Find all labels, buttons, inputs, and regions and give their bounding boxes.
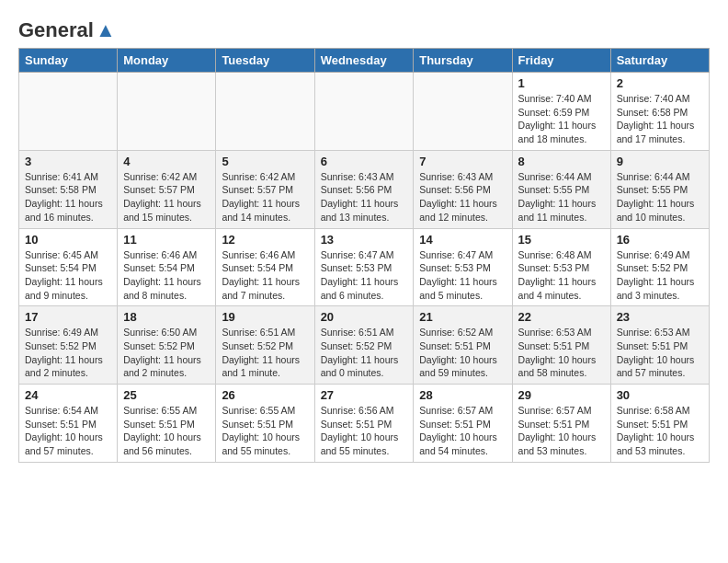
day-number: 12 [222, 233, 308, 247]
calendar-week-row: 24Sunrise: 6:54 AM Sunset: 5:51 PM Dayli… [19, 385, 710, 463]
weekday-header-thursday: Thursday [414, 49, 512, 73]
day-info: Sunrise: 6:51 AM Sunset: 5:52 PM Dayligh… [321, 326, 408, 380]
calendar-cell: 15Sunrise: 6:48 AM Sunset: 5:53 PM Dayli… [512, 228, 610, 306]
calendar-table: SundayMondayTuesdayWednesdayThursdayFrid… [18, 48, 710, 463]
day-info: Sunrise: 6:57 AM Sunset: 5:51 PM Dayligh… [419, 404, 506, 458]
day-info: Sunrise: 6:47 AM Sunset: 5:53 PM Dayligh… [419, 248, 506, 303]
day-info: Sunrise: 6:48 AM Sunset: 5:53 PM Dayligh… [518, 248, 605, 303]
calendar-week-row: 10Sunrise: 6:45 AM Sunset: 5:54 PM Dayli… [19, 228, 710, 306]
day-number: 24 [25, 388, 111, 402]
day-number: 9 [617, 155, 703, 168]
day-number: 4 [123, 155, 210, 168]
day-info: Sunrise: 6:51 AM Sunset: 5:52 PM Dayligh… [222, 326, 308, 380]
day-number: 28 [419, 388, 506, 402]
calendar-cell: 23Sunrise: 6:53 AM Sunset: 5:51 PM Dayli… [610, 306, 709, 385]
day-info: Sunrise: 6:45 AM Sunset: 5:54 PM Dayligh… [25, 248, 111, 303]
day-number: 11 [123, 233, 210, 247]
day-number: 19 [222, 310, 308, 324]
day-number: 25 [123, 388, 210, 402]
day-info: Sunrise: 7:40 AM Sunset: 6:58 PM Dayligh… [617, 92, 703, 146]
day-number: 29 [518, 388, 605, 402]
weekday-header-tuesday: Tuesday [216, 49, 314, 73]
calendar-week-row: 17Sunrise: 6:49 AM Sunset: 5:52 PM Dayli… [19, 306, 710, 385]
day-info: Sunrise: 6:53 AM Sunset: 5:51 PM Dayligh… [518, 326, 605, 380]
weekday-header-friday: Friday [512, 49, 610, 73]
calendar-cell: 25Sunrise: 6:55 AM Sunset: 5:51 PM Dayli… [118, 385, 216, 463]
day-number: 8 [518, 155, 605, 168]
day-info: Sunrise: 6:56 AM Sunset: 5:51 PM Dayligh… [321, 404, 408, 458]
day-number: 26 [222, 388, 308, 402]
day-number: 27 [321, 388, 408, 402]
logo-bird-icon: ▲ [96, 18, 116, 42]
calendar-cell [19, 73, 118, 151]
day-number: 23 [617, 310, 703, 324]
calendar-week-row: 3Sunrise: 6:41 AM Sunset: 5:58 PM Daylig… [19, 150, 710, 228]
calendar-cell: 16Sunrise: 6:49 AM Sunset: 5:52 PM Dayli… [610, 228, 709, 306]
calendar-week-row: 1Sunrise: 7:40 AM Sunset: 6:59 PM Daylig… [19, 73, 710, 151]
weekday-header-sunday: Sunday [19, 49, 118, 73]
day-number: 2 [617, 76, 703, 90]
calendar-cell [414, 73, 512, 151]
day-info: Sunrise: 6:41 AM Sunset: 5:58 PM Dayligh… [25, 170, 111, 224]
day-info: Sunrise: 6:44 AM Sunset: 5:55 PM Dayligh… [617, 170, 703, 224]
day-info: Sunrise: 6:49 AM Sunset: 5:52 PM Dayligh… [25, 326, 111, 380]
day-info: Sunrise: 6:54 AM Sunset: 5:51 PM Dayligh… [25, 404, 111, 458]
calendar-cell: 7Sunrise: 6:43 AM Sunset: 5:56 PM Daylig… [414, 150, 512, 228]
calendar-cell: 11Sunrise: 6:46 AM Sunset: 5:54 PM Dayli… [118, 228, 216, 306]
calendar-cell: 6Sunrise: 6:43 AM Sunset: 5:56 PM Daylig… [314, 150, 414, 228]
calendar-cell: 30Sunrise: 6:58 AM Sunset: 5:51 PM Dayli… [610, 385, 709, 463]
calendar-cell: 26Sunrise: 6:55 AM Sunset: 5:51 PM Dayli… [216, 385, 314, 463]
logo-general: General [18, 18, 94, 42]
day-info: Sunrise: 6:43 AM Sunset: 5:56 PM Dayligh… [321, 170, 408, 224]
calendar-cell: 22Sunrise: 6:53 AM Sunset: 5:51 PM Dayli… [512, 306, 610, 385]
calendar-cell: 19Sunrise: 6:51 AM Sunset: 5:52 PM Dayli… [216, 306, 314, 385]
calendar-cell: 24Sunrise: 6:54 AM Sunset: 5:51 PM Dayli… [19, 385, 118, 463]
day-number: 7 [419, 155, 506, 168]
day-info: Sunrise: 6:47 AM Sunset: 5:53 PM Dayligh… [321, 248, 408, 303]
day-number: 5 [222, 155, 308, 168]
day-number: 3 [25, 155, 111, 168]
calendar-cell: 29Sunrise: 6:57 AM Sunset: 5:51 PM Dayli… [512, 385, 610, 463]
day-number: 30 [617, 388, 703, 402]
day-number: 18 [123, 310, 210, 324]
day-number: 17 [25, 310, 111, 324]
logo: General ▲ [18, 18, 116, 39]
day-info: Sunrise: 6:49 AM Sunset: 5:52 PM Dayligh… [617, 248, 703, 303]
day-number: 22 [518, 310, 605, 324]
day-info: Sunrise: 6:57 AM Sunset: 5:51 PM Dayligh… [518, 404, 605, 458]
day-info: Sunrise: 6:53 AM Sunset: 5:51 PM Dayligh… [617, 326, 703, 380]
calendar-cell: 20Sunrise: 6:51 AM Sunset: 5:52 PM Dayli… [314, 306, 414, 385]
calendar-cell: 28Sunrise: 6:57 AM Sunset: 5:51 PM Dayli… [414, 385, 512, 463]
day-number: 20 [321, 310, 408, 324]
calendar-header-row: SundayMondayTuesdayWednesdayThursdayFrid… [19, 49, 710, 73]
day-number: 21 [419, 310, 506, 324]
day-info: Sunrise: 6:58 AM Sunset: 5:51 PM Dayligh… [617, 404, 703, 458]
day-info: Sunrise: 7:40 AM Sunset: 6:59 PM Dayligh… [518, 92, 605, 146]
calendar-cell: 27Sunrise: 6:56 AM Sunset: 5:51 PM Dayli… [314, 385, 414, 463]
day-number: 13 [321, 233, 408, 247]
day-info: Sunrise: 6:50 AM Sunset: 5:52 PM Dayligh… [123, 326, 210, 380]
day-number: 1 [518, 76, 605, 90]
calendar-cell: 9Sunrise: 6:44 AM Sunset: 5:55 PM Daylig… [610, 150, 709, 228]
day-number: 14 [419, 233, 506, 247]
calendar-cell: 5Sunrise: 6:42 AM Sunset: 5:57 PM Daylig… [216, 150, 314, 228]
calendar-cell: 14Sunrise: 6:47 AM Sunset: 5:53 PM Dayli… [414, 228, 512, 306]
calendar-cell: 12Sunrise: 6:46 AM Sunset: 5:54 PM Dayli… [216, 228, 314, 306]
calendar-cell [118, 73, 216, 151]
day-info: Sunrise: 6:43 AM Sunset: 5:56 PM Dayligh… [419, 170, 506, 224]
calendar-cell: 18Sunrise: 6:50 AM Sunset: 5:52 PM Dayli… [118, 306, 216, 385]
header: General ▲ [18, 18, 710, 39]
calendar-cell [216, 73, 314, 151]
calendar-cell: 10Sunrise: 6:45 AM Sunset: 5:54 PM Dayli… [19, 228, 118, 306]
calendar-cell: 4Sunrise: 6:42 AM Sunset: 5:57 PM Daylig… [118, 150, 216, 228]
calendar-cell: 21Sunrise: 6:52 AM Sunset: 5:51 PM Dayli… [414, 306, 512, 385]
calendar-cell [314, 73, 414, 151]
weekday-header-saturday: Saturday [610, 49, 709, 73]
day-info: Sunrise: 6:52 AM Sunset: 5:51 PM Dayligh… [419, 326, 506, 380]
day-number: 15 [518, 233, 605, 247]
calendar-cell: 2Sunrise: 7:40 AM Sunset: 6:58 PM Daylig… [610, 73, 709, 151]
weekday-header-wednesday: Wednesday [314, 49, 414, 73]
day-info: Sunrise: 6:44 AM Sunset: 5:55 PM Dayligh… [518, 170, 605, 224]
day-number: 16 [617, 233, 703, 247]
day-info: Sunrise: 6:55 AM Sunset: 5:51 PM Dayligh… [123, 404, 210, 458]
